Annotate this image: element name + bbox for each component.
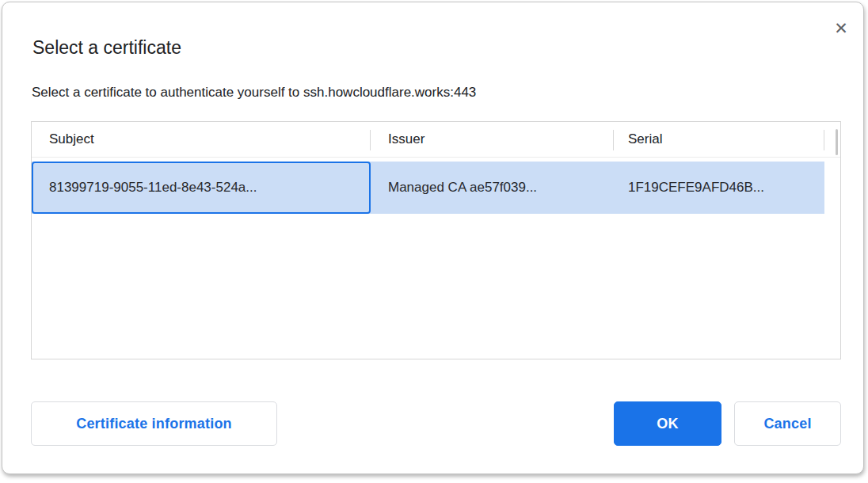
ok-button[interactable]: OK [614,401,721,446]
cell-issuer: Managed CA ae57f039... [371,180,614,196]
table-row[interactable]: 81399719-9055-11ed-8e43-524a... Managed … [32,162,824,214]
page-title: Select a certificate [32,37,181,59]
certificate-information-button[interactable]: Certificate information [31,401,277,446]
column-header-issuer: Issuer [371,122,614,157]
dialog-subtitle: Select a certificate to authenticate you… [32,85,476,101]
table-header-row: Subject Issuer Serial [32,122,840,158]
column-header-serial: Serial [614,122,824,157]
close-icon[interactable]: ✕ [829,17,853,40]
cell-subject[interactable]: 81399719-9055-11ed-8e43-524a... [32,162,371,214]
cancel-button[interactable]: Cancel [734,401,841,446]
column-header-subject: Subject [32,122,371,157]
select-certificate-dialog: ✕ Select a certificate Select a certific… [2,2,864,474]
certificate-table: Subject Issuer Serial 81399719-9055-11ed… [31,121,841,359]
cell-serial: 1F19CEFE9AFD46B... [614,180,824,196]
scrollbar-gutter [824,122,840,157]
scrollbar-thumb[interactable] [836,129,838,155]
